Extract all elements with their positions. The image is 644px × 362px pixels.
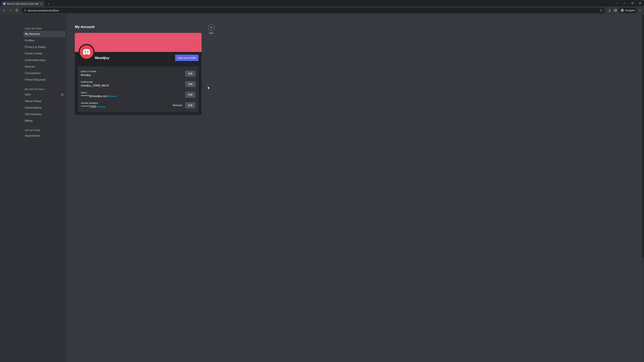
- incognito-chip[interactable]: Incognito: [618, 8, 637, 13]
- edit-button[interactable]: Edit: [185, 92, 196, 98]
- svg-point-8: [640, 11, 640, 11]
- sidebar-item-friend-requests[interactable]: Friend Requests: [23, 77, 66, 83]
- tab-strip: Discord | My Account | User Sett ✕ ＋: [0, 0, 644, 6]
- close-settings-button[interactable]: [208, 24, 215, 31]
- close-icon: [210, 26, 213, 29]
- sidebar-item-label: Connections: [25, 71, 41, 75]
- account-info-panel: DISPLAY NAMEMoodjoyEditUSERNAMEmoodjoy_7…: [78, 66, 198, 112]
- nav-forward-button[interactable]: [8, 8, 13, 13]
- sidebar-item-label: Nitro: [25, 93, 31, 96]
- account-field-label: DISPLAY NAME: [81, 70, 184, 73]
- sidebar-item-label: Subscriptions: [25, 106, 42, 109]
- edit-button[interactable]: Edit: [185, 70, 196, 77]
- reveal-link[interactable]: Reveal: [109, 95, 116, 97]
- account-row-phone-number: PHONE NUMBER*********2392RevealRemoveEdi…: [81, 101, 196, 109]
- sidebar-item-gift-inventory[interactable]: Gift Inventory: [23, 111, 66, 117]
- account-field-label: EMAIL: [81, 91, 184, 94]
- svg-point-10: [62, 94, 63, 95]
- sidebar-item-server-boost[interactable]: Server Boost: [23, 98, 66, 104]
- lock-icon: [24, 9, 26, 11]
- profile-header: Moodjoy Edit User Profile: [75, 52, 202, 64]
- nitro-badge-icon: [61, 93, 64, 96]
- avatar[interactable]: [80, 45, 94, 59]
- tab-close-icon[interactable]: ✕: [40, 2, 42, 5]
- sidebar-item-billing[interactable]: Billing: [23, 118, 66, 124]
- edit-button[interactable]: Edit: [185, 102, 196, 108]
- sidebar-item-privacy-safety[interactable]: Privacy & Safety: [23, 44, 66, 50]
- sidebar-item-devices[interactable]: Devices: [23, 63, 66, 70]
- new-tab-button[interactable]: ＋: [46, 1, 51, 6]
- account-field-value: ********@moodjoy.comReveal: [81, 95, 184, 98]
- edit-button[interactable]: Edit: [185, 81, 196, 87]
- account-row-username: USERNAMEmoodjoy_72608_08416Edit: [81, 80, 196, 90]
- toolbar-right: Incognito: [607, 8, 643, 13]
- sidebar-item-label: Family Center: [25, 52, 42, 55]
- side-panel-button[interactable]: [613, 8, 618, 13]
- close-settings: ESC: [208, 24, 215, 34]
- sidebar-item-label: Gift Inventory: [25, 113, 42, 116]
- avatar-ring: [78, 44, 94, 60]
- svg-point-7: [640, 10, 640, 11]
- reveal-link[interactable]: Reveal: [97, 105, 105, 108]
- profile-display-name: Moodjoy: [95, 56, 175, 60]
- sidebar-item-nitro[interactable]: Nitro: [23, 91, 66, 98]
- sidebar-item-label: Server Boost: [25, 99, 41, 103]
- sidebar-item-label: Authorized Apps: [25, 58, 46, 62]
- content-scrollbar[interactable]: [642, 14, 644, 362]
- sidebar-item-appearance[interactable]: Appearance: [23, 133, 66, 139]
- window-close-button[interactable]: [636, 0, 644, 6]
- account-field-value: moodjoy_72608_08416: [81, 84, 184, 87]
- sidebar-item-my-account[interactable]: My Account: [23, 31, 66, 37]
- account-field-value: Moodjoy: [81, 73, 184, 77]
- browser-chrome: Discord | My Account | User Sett ✕ ＋: [0, 0, 644, 14]
- bookmark-star-icon[interactable]: [600, 9, 602, 12]
- account-card: Moodjoy Edit User Profile DISPLAY NAMEMo…: [75, 33, 202, 115]
- settings-sidebar: USER SETTINGSMy AccountProfilesPrivacy &…: [0, 14, 67, 362]
- window-maximize-button[interactable]: [628, 0, 636, 6]
- sidebar-separator: [25, 85, 64, 85]
- page-title: My Account: [75, 25, 636, 29]
- sidebar-item-connections[interactable]: Connections: [23, 70, 66, 76]
- incognito-icon: [620, 8, 624, 12]
- sidebar-heading: BILLING SETTINGS: [23, 88, 66, 90]
- window-minimize-button[interactable]: [621, 0, 628, 6]
- sidebar-item-family-center[interactable]: Family Center: [23, 50, 66, 57]
- sidebar-item-authorized-apps[interactable]: Authorized Apps: [23, 57, 66, 63]
- svg-rect-1: [632, 2, 633, 4]
- sidebar-item-label: Friend Requests: [25, 78, 46, 81]
- tab-title: Discord | My Account | User Sett: [7, 2, 38, 5]
- account-row-email: EMAIL********@moodjoy.comRevealEdit: [81, 90, 196, 101]
- discord-logo-icon: [82, 49, 90, 55]
- sidebar-item-label: Billing: [25, 119, 32, 122]
- account-field-label: USERNAME: [81, 81, 184, 83]
- sidebar-item-profiles[interactable]: Profiles: [23, 37, 66, 44]
- account-field-label: PHONE NUMBER: [81, 102, 170, 104]
- sidebar-item-label: My Account: [25, 32, 40, 36]
- account-field-value: *********2392Reveal: [81, 105, 170, 108]
- window-controls: [613, 0, 644, 6]
- edit-user-profile-button[interactable]: Edit User Profile: [175, 55, 198, 61]
- downloads-button[interactable]: [607, 8, 612, 13]
- nav-back-button[interactable]: [1, 8, 7, 13]
- tab-search-icon[interactable]: [613, 0, 621, 6]
- incognito-label: Incognito: [626, 9, 635, 12]
- sidebar-heading: APP SETTINGS: [23, 129, 66, 132]
- nav-reload-button[interactable]: [14, 8, 20, 13]
- address-bar[interactable]: discord.com/channels/@me: [22, 7, 605, 13]
- sidebar-item-subscriptions[interactable]: Subscriptions: [23, 105, 66, 111]
- sidebar-item-label: Devices: [25, 65, 35, 68]
- url-text: discord.com/channels/@me: [28, 9, 598, 12]
- discord-favicon-icon: [3, 2, 6, 5]
- sidebar-item-label: Privacy & Safety: [25, 45, 46, 49]
- sidebar-item-label: Appearance: [25, 134, 40, 137]
- scrollbar-thumb[interactable]: [642, 14, 644, 258]
- svg-point-6: [640, 9, 640, 10]
- browser-menu-button[interactable]: [637, 8, 643, 13]
- account-row-display-name: DISPLAY NAMEMoodjoyEdit: [81, 69, 196, 80]
- sidebar-heading: USER SETTINGS: [23, 27, 66, 30]
- remove-button[interactable]: Remove: [172, 104, 184, 107]
- svg-rect-4: [614, 9, 616, 11]
- browser-tab[interactable]: Discord | My Account | User Sett ✕: [1, 1, 44, 6]
- settings-content: My Account Moodjoy Edit User Profile DIS…: [67, 14, 644, 362]
- discord-settings-app: USER SETTINGSMy AccountProfilesPrivacy &…: [0, 14, 644, 362]
